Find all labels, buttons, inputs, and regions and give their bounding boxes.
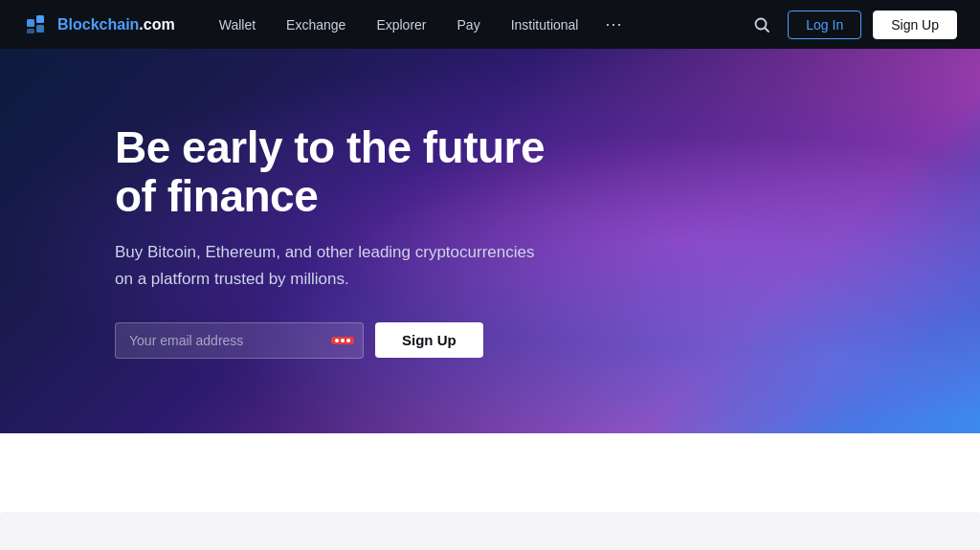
email-icon-badge: [331, 337, 354, 344]
nav-links: Wallet Exchange Explorer Pay Institution…: [206, 9, 748, 40]
dot2: [341, 339, 345, 342]
email-input[interactable]: [115, 322, 364, 359]
nav-link-exchange[interactable]: Exchange: [273, 11, 359, 38]
logo-tld: .com: [139, 16, 174, 33]
svg-rect-2: [36, 25, 44, 33]
svg-line-5: [766, 28, 769, 32]
svg-rect-3: [27, 29, 34, 33]
logo-icon: [23, 11, 50, 38]
svg-rect-0: [27, 19, 34, 27]
dot3: [346, 339, 350, 342]
nav-link-pay[interactable]: Pay: [444, 11, 494, 38]
login-button[interactable]: Log In: [788, 11, 861, 39]
hero-section: Be early to the future of finance Buy Bi…: [0, 49, 980, 433]
hero-title: Be early to the future of finance: [115, 123, 555, 220]
navbar: Blockchain.com Wallet Exchange Explorer …: [0, 0, 980, 49]
search-button[interactable]: [747, 11, 776, 39]
email-input-wrapper: [115, 322, 364, 359]
gray-bar: [0, 512, 980, 550]
logo-link[interactable]: Blockchain.com: [23, 11, 175, 38]
logo-text: Blockchain.com: [57, 16, 175, 33]
svg-rect-1: [36, 15, 44, 23]
search-icon: [753, 16, 770, 33]
nav-link-institutional[interactable]: Institutional: [498, 11, 592, 38]
logo-brand: Blockchain: [57, 16, 139, 33]
signup-button-nav[interactable]: Sign Up: [873, 11, 957, 39]
nav-link-explorer[interactable]: Explorer: [363, 11, 439, 38]
dot1: [335, 339, 339, 342]
hero-subtitle: Buy Bitcoin, Ethereum, and other leading…: [115, 239, 555, 291]
more-menu-icon[interactable]: ···: [595, 9, 632, 40]
navbar-right: Log In Sign Up: [747, 11, 957, 39]
hero-form: Sign Up: [115, 322, 555, 359]
below-hero-section: [0, 433, 980, 550]
signup-button-hero[interactable]: Sign Up: [375, 322, 483, 358]
svg-point-4: [756, 18, 767, 29]
hero-content: Be early to the future of finance Buy Bi…: [0, 123, 670, 359]
nav-link-wallet[interactable]: Wallet: [206, 11, 269, 38]
